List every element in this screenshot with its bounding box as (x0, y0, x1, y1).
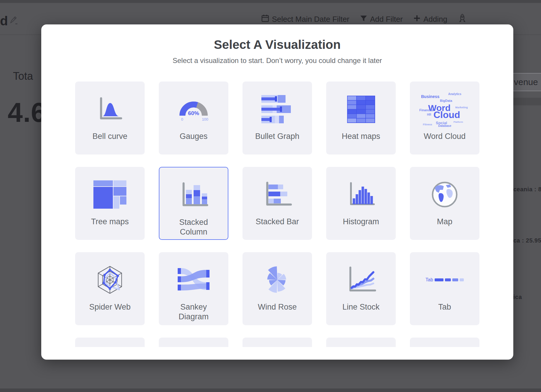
viz-card-map[interactable]: Map (410, 167, 479, 240)
stacked-bar-icon (263, 176, 292, 213)
adding-label: Adding (423, 15, 447, 24)
wind-rose-icon (263, 261, 292, 299)
adding-button[interactable]: Adding (413, 15, 447, 24)
viz-card-tree-maps[interactable]: Tree maps (75, 167, 145, 240)
bottom-strip (0, 388, 541, 392)
sankey-diagram-icon (178, 261, 210, 299)
dashboard-title-fragment: d (0, 14, 8, 28)
add-filter-button[interactable]: Add Filter (360, 15, 403, 24)
viz-card-label: Heat maps (342, 132, 380, 141)
viz-card-spider-web[interactable]: Spider Web (75, 252, 145, 325)
top-strip (0, 0, 541, 3)
svg-text:60%: 60% (188, 110, 199, 116)
tab-icon-content: Tab (425, 277, 464, 283)
tab-icon: Tab (425, 261, 464, 299)
modal-title: Select A Visualization (41, 37, 513, 52)
viz-card-bell-curve[interactable]: Bell curve (75, 82, 145, 155)
viz-card-label: Word Cloud (424, 132, 466, 141)
dashboard-toolbar: Select Main Date Filter Add Filter A (261, 14, 467, 25)
visualization-picker-modal: Select A Visualization Select a visualiz… (41, 24, 513, 360)
gauges-icon: 60% 0 100 (177, 90, 210, 128)
viz-card-heat-maps[interactable]: Heat maps (326, 82, 396, 155)
viz-card-partial[interactable] (243, 338, 312, 347)
stacked-column-icon (179, 176, 208, 214)
bullet-graph-icon (261, 90, 293, 128)
bell-curve-icon (95, 90, 125, 128)
viz-card-label: Tree maps (91, 217, 129, 227)
edit-pencil-icon[interactable] (9, 16, 18, 26)
legend-fragment: ica (513, 294, 522, 300)
viz-card-label: Line Stock (342, 302, 380, 312)
rocket-icon[interactable] (458, 14, 467, 25)
line-stock-icon (346, 261, 376, 299)
viz-card-word-cloud[interactable]: BusinessAnalyticsBigDataWordMarketingFin… (410, 82, 479, 155)
viz-card-label: Wind Rose (258, 302, 297, 312)
legend-fragment: ca : 25.95 (513, 237, 541, 244)
viz-card-stacked-bar[interactable]: Stacked Bar (243, 167, 312, 240)
viz-card-label: Tab (438, 302, 451, 312)
metric-value: 4.6 (8, 97, 46, 128)
viz-card-label: Histogram (343, 217, 379, 227)
histogram-icon (347, 176, 375, 213)
main-date-filter-button[interactable]: Select Main Date Filter (261, 14, 349, 24)
add-filter-label: Add Filter (370, 15, 403, 24)
viz-card-label: Stacked Bar (255, 217, 299, 227)
calendar-icon (261, 14, 269, 24)
metric-title-fragment: Tota (13, 70, 33, 82)
viz-card-tab[interactable]: Tab Tab (410, 252, 479, 325)
viz-card-wind-rose[interactable]: Wind Rose (243, 252, 312, 325)
viz-card-label: Gauges (180, 132, 208, 141)
viz-card-partial[interactable] (326, 338, 396, 347)
viz-card-label: Spider Web (89, 302, 131, 312)
plus-icon (413, 15, 420, 24)
main-date-filter-label: Select Main Date Filter (272, 15, 349, 24)
viz-card-partial[interactable] (410, 338, 479, 347)
viz-card-label: Bullet Graph (255, 132, 299, 141)
svg-text:100: 100 (202, 117, 208, 122)
viz-card-bullet-graph[interactable]: Bullet Graph (243, 82, 312, 155)
viz-card-gauges[interactable]: 60% 0 100Gauges (159, 82, 228, 155)
viz-card-partial[interactable] (75, 338, 145, 347)
word-cloud-words: BusinessAnalyticsBigDataWordMarketingFin… (419, 91, 470, 127)
viz-card-partial[interactable] (159, 338, 228, 347)
funnel-icon (360, 15, 367, 24)
tree-maps-icon (93, 176, 126, 213)
spider-web-icon (95, 261, 125, 299)
viz-card-label: Map (437, 217, 453, 227)
legend-fragment: ceania : 8 (513, 186, 541, 193)
viz-card-label: Bell curve (93, 132, 128, 141)
viz-card-stacked-column[interactable]: Stacked Column (159, 167, 228, 240)
viz-card-histogram[interactable]: Histogram (326, 167, 396, 240)
viz-card-sankey-diagram[interactable]: Sankey Diagram (159, 252, 228, 325)
viz-card-line-stock[interactable]: Line Stock (326, 252, 396, 325)
map-icon (431, 176, 458, 213)
word-cloud-icon: BusinessAnalyticsBigDataWordMarketingFin… (419, 90, 470, 128)
visualization-grid: Bell curve 60% 0 100Gauges Bullet GraphH… (75, 82, 479, 347)
screen: d Select Main Date Filter (0, 0, 541, 392)
modal-subtitle: Select a visualization to start. Don’t w… (41, 56, 513, 65)
viz-card-label: Stacked Column (166, 217, 221, 237)
svg-text:0: 0 (181, 117, 183, 122)
heat-maps-icon (347, 90, 375, 128)
viz-card-label: Sankey Diagram (166, 302, 221, 322)
